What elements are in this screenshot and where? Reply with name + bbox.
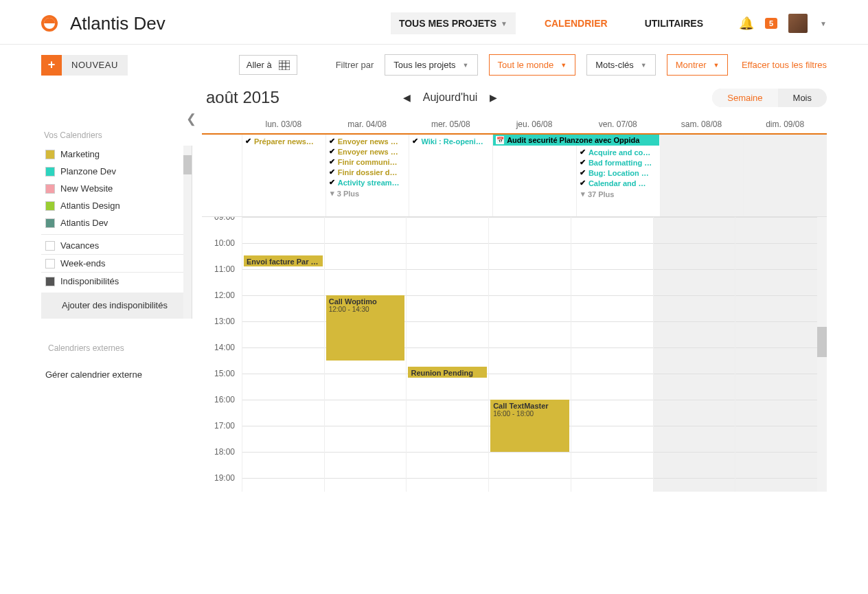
allday-sat (660, 135, 744, 216)
chevron-down-icon: ▼ (641, 62, 647, 69)
sidebar-item-weekends[interactable]: Week-ends (41, 254, 192, 272)
event-envoi-facture[interactable]: Envoi facture Par … (244, 255, 323, 266)
check-icon: ✔ (580, 158, 586, 167)
sidebar-item-unavailability[interactable]: Indisponibilités (41, 272, 192, 290)
col-mon[interactable]: Envoi facture Par … (242, 217, 324, 492)
time-label: 19:00 (202, 473, 242, 492)
sidebar-item-vacances[interactable]: Vacances (41, 234, 192, 254)
sidebar-item-calendar[interactable]: Marketing (41, 146, 192, 163)
swatch-icon (45, 241, 55, 251)
grid-scrollbar[interactable] (817, 217, 827, 492)
task-label: Bad formatting … (589, 159, 652, 167)
time-grid: 09:0010:0011:0012:0013:0014:0015:0016:00… (202, 217, 827, 492)
day-header: sam. 08/08 (660, 115, 744, 133)
collapse-sidebar-button[interactable]: ❮ (186, 111, 196, 126)
manage-external-calendar-link[interactable]: Gérer calendrier externe (41, 364, 192, 385)
app-logo-icon (41, 15, 58, 32)
col-sun[interactable] (735, 217, 817, 492)
notification-badge[interactable]: 5 (765, 18, 777, 29)
prev-week-button[interactable]: ◀ (403, 92, 411, 103)
allday-task[interactable]: ✔Finir dossier d… (328, 167, 408, 177)
time-label: 15:00 (202, 369, 242, 395)
allday-task[interactable]: ✔Bad formatting … (578, 157, 659, 168)
view-month-button[interactable]: Mois (778, 89, 827, 107)
filter-people-select[interactable]: Tout le monde ▼ (489, 54, 576, 76)
event-reunion-pending[interactable]: Reunion Pending (408, 367, 487, 378)
app-title: Atlantis Dev (70, 13, 165, 34)
allday-task[interactable]: ✔Finir communi… (328, 157, 408, 167)
nav-utilities[interactable]: UTILITAIRES (637, 12, 711, 34)
col-wed[interactable]: Reunion Pending (406, 217, 488, 492)
sidebar-item-calendar[interactable]: Planzone Dev (41, 163, 192, 180)
sidebar-scrollbar[interactable] (183, 146, 192, 319)
new-button[interactable]: + NOUVEAU (41, 55, 128, 76)
allday-fri: ✔Acquire and co…✔Bad formatting …✔Bug: L… (576, 135, 660, 216)
filter-projects-label: Tous les projets (393, 60, 455, 70)
filter-show-select[interactable]: Montrer ▼ (667, 54, 729, 76)
clear-filters-link[interactable]: Effacer tous les filtres (742, 60, 827, 70)
add-unavailability-button[interactable]: Ajouter des indisponibilités (41, 293, 192, 319)
main-nav: TOUS MES PROJETS ▼ CALENDRIER UTILITAIRE… (391, 12, 711, 34)
time-label: 18:00 (202, 447, 242, 473)
allday-task[interactable]: ✔Acquire and co… (578, 147, 659, 157)
bell-icon[interactable]: 🔔 (739, 16, 754, 31)
swatch-icon (45, 201, 55, 211)
allday-event-audit[interactable]: 📅 Audit securité Planzone avec Oppida (493, 135, 659, 146)
time-label: 09:00 (202, 217, 242, 238)
time-label: 11:00 (202, 264, 242, 290)
plus-icon: + (41, 55, 62, 76)
today-button[interactable]: Aujourd'hui (423, 91, 478, 104)
allday-row: ✔Préparer news… ✔Envoyer news …✔Envoyer … (202, 135, 827, 217)
next-week-button[interactable]: ▶ (490, 92, 497, 103)
col-sat[interactable] (653, 217, 735, 492)
calendar-list: MarketingPlanzone DevNew WebsiteAtlantis… (41, 146, 192, 319)
sidebar-item-calendar[interactable]: New Website (41, 180, 192, 197)
month-row: août 2015 ◀ Aujourd'hui ▶ Semaine Mois (0, 85, 868, 115)
svg-rect-1 (279, 60, 290, 70)
allday-task[interactable]: ✔Préparer news… (244, 136, 324, 146)
allday-task[interactable]: ✔Bug: Location … (578, 168, 659, 178)
filter-projects-select[interactable]: Tous les projets ▼ (385, 54, 477, 76)
filter-keywords-select[interactable]: Mots-clés ▼ (586, 54, 656, 76)
nav-calendar[interactable]: CALENDRIER (536, 12, 616, 34)
nav-all-projects[interactable]: TOUS MES PROJETS ▼ (391, 12, 516, 34)
allday-task[interactable]: ✔Activity stream… (328, 177, 408, 187)
sidebar-item-label: Atlantis Design (60, 201, 120, 211)
view-week-button[interactable]: Semaine (712, 89, 777, 107)
task-label: Finir dossier d… (338, 168, 398, 176)
goto-date[interactable]: Aller à (239, 55, 297, 75)
swatch-icon (45, 184, 55, 194)
allday-mon: ✔Préparer news… (242, 135, 326, 216)
allday-task[interactable]: ✔Envoyer news … (328, 146, 408, 157)
task-label: Calendar and … (589, 179, 646, 187)
time-label: 10:00 (202, 238, 242, 264)
chevron-down-icon: ▼ (713, 62, 719, 69)
col-fri[interactable] (571, 217, 653, 492)
check-icon: ✔ (329, 147, 335, 156)
allday-task[interactable]: ✔Calendar and … (578, 178, 659, 188)
header: Atlantis Dev TOUS MES PROJETS ▼ CALENDRI… (0, 0, 868, 45)
show-more-tasks[interactable]: ▾3 Plus (328, 187, 408, 199)
allday-task[interactable]: ✔Wiki : Re-openi… (411, 136, 491, 146)
event-call-woptimo[interactable]: Call Woptimo 12:00 - 14:30 (326, 295, 405, 361)
col-thu[interactable]: Call TextMaster 16:00 - 18:00 (488, 217, 571, 492)
filter-by-label: Filtrer par (336, 60, 374, 70)
day-header: dim. 09/08 (743, 115, 827, 133)
time-label: 16:00 (202, 395, 242, 421)
event-call-textmaster[interactable]: Call TextMaster 16:00 - 18:00 (490, 400, 569, 452)
day-header: mer. 05/08 (409, 115, 492, 133)
sidebar-item-label: Atlantis Dev (60, 218, 108, 228)
col-tue[interactable]: Call Woptimo 12:00 - 14:30 (324, 217, 407, 492)
nav-all-projects-label: TOUS MES PROJETS (399, 18, 496, 29)
chevron-down-icon: ▼ (501, 20, 507, 27)
avatar[interactable] (788, 14, 808, 33)
sidebar-item-calendar[interactable]: Atlantis Dev (41, 214, 192, 231)
external-calendars-heading: Calendriers externes (44, 338, 192, 358)
day-header: lun. 03/08 (242, 115, 326, 133)
time-label: 17:00 (202, 421, 242, 447)
swatch-icon (45, 259, 55, 269)
chevron-down-icon[interactable]: ▼ (820, 20, 827, 27)
sidebar-item-calendar[interactable]: Atlantis Design (41, 197, 192, 214)
show-more-tasks[interactable]: ▾37 Plus (578, 188, 659, 200)
allday-task[interactable]: ✔Envoyer news … (328, 136, 408, 146)
